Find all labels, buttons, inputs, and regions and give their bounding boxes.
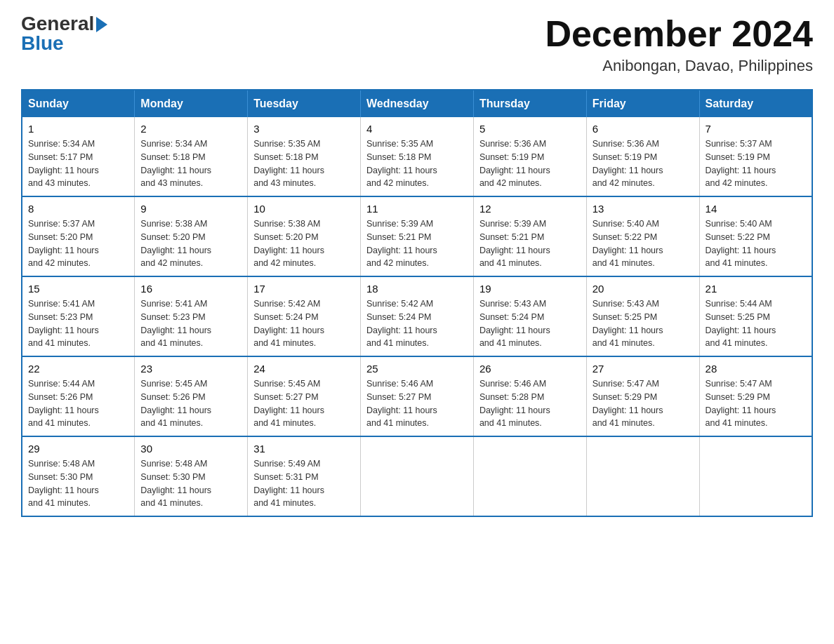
calendar-cell: 1 Sunrise: 5:34 AM Sunset: 5:17 PM Dayli…: [22, 117, 135, 196]
day-number: 27: [593, 363, 694, 375]
day-info: Sunrise: 5:44 AM Sunset: 5:25 PM Dayligh…: [706, 297, 806, 350]
day-info: Sunrise: 5:46 AM Sunset: 5:28 PM Dayligh…: [479, 377, 581, 430]
calendar-week-4: 22 Sunrise: 5:44 AM Sunset: 5:26 PM Dayl…: [22, 356, 812, 436]
day-info: Sunrise: 5:39 AM Sunset: 5:21 PM Dayligh…: [366, 217, 468, 270]
day-number: 5: [479, 123, 581, 135]
calendar-cell: 16 Sunrise: 5:41 AM Sunset: 5:23 PM Dayl…: [135, 276, 248, 356]
calendar-cell: 24 Sunrise: 5:45 AM Sunset: 5:27 PM Dayl…: [248, 356, 361, 436]
calendar-header: SundayMondayTuesdayWednesdayThursdayFrid…: [22, 90, 812, 117]
weekday-header-thursday: Thursday: [473, 90, 586, 117]
day-info: Sunrise: 5:41 AM Sunset: 5:23 PM Dayligh…: [140, 297, 241, 350]
day-number: 19: [479, 283, 581, 295]
day-info: Sunrise: 5:47 AM Sunset: 5:29 PM Dayligh…: [706, 377, 806, 430]
calendar-cell: 21 Sunrise: 5:44 AM Sunset: 5:25 PM Dayl…: [699, 276, 812, 356]
calendar-cell: 18 Sunrise: 5:42 AM Sunset: 5:24 PM Dayl…: [361, 276, 474, 356]
day-number: 8: [28, 203, 128, 215]
day-info: Sunrise: 5:34 AM Sunset: 5:18 PM Dayligh…: [140, 137, 241, 190]
calendar-cell: 27 Sunrise: 5:47 AM Sunset: 5:29 PM Dayl…: [586, 356, 699, 436]
calendar-cell: 13 Sunrise: 5:40 AM Sunset: 5:22 PM Dayl…: [586, 196, 699, 276]
day-number: 1: [28, 123, 128, 135]
day-info: Sunrise: 5:38 AM Sunset: 5:20 PM Dayligh…: [140, 217, 241, 270]
day-number: 28: [706, 363, 806, 375]
day-number: 6: [593, 123, 694, 135]
weekday-header-wednesday: Wednesday: [361, 90, 474, 117]
calendar-week-5: 29 Sunrise: 5:48 AM Sunset: 5:30 PM Dayl…: [22, 436, 812, 516]
day-info: Sunrise: 5:46 AM Sunset: 5:27 PM Dayligh…: [366, 377, 468, 430]
logo-blue: Blue: [21, 32, 64, 55]
day-info: Sunrise: 5:48 AM Sunset: 5:30 PM Dayligh…: [140, 457, 241, 510]
calendar-cell: [473, 436, 586, 516]
calendar-cell: 9 Sunrise: 5:38 AM Sunset: 5:20 PM Dayli…: [135, 196, 248, 276]
weekday-header-sunday: Sunday: [22, 90, 135, 117]
calendar-body: 1 Sunrise: 5:34 AM Sunset: 5:17 PM Dayli…: [22, 117, 812, 516]
calendar-cell: 25 Sunrise: 5:46 AM Sunset: 5:27 PM Dayl…: [361, 356, 474, 436]
day-number: 18: [366, 283, 468, 295]
calendar-cell: 11 Sunrise: 5:39 AM Sunset: 5:21 PM Dayl…: [361, 196, 474, 276]
weekday-header-friday: Friday: [586, 90, 699, 117]
weekday-header-monday: Monday: [135, 90, 248, 117]
day-info: Sunrise: 5:49 AM Sunset: 5:31 PM Dayligh…: [253, 457, 355, 510]
calendar-cell: 26 Sunrise: 5:46 AM Sunset: 5:28 PM Dayl…: [473, 356, 586, 436]
day-info: Sunrise: 5:40 AM Sunset: 5:22 PM Dayligh…: [706, 217, 806, 270]
weekday-header-row: SundayMondayTuesdayWednesdayThursdayFrid…: [22, 90, 812, 117]
day-number: 16: [140, 283, 241, 295]
calendar-cell: 22 Sunrise: 5:44 AM Sunset: 5:26 PM Dayl…: [22, 356, 135, 436]
day-info: Sunrise: 5:47 AM Sunset: 5:29 PM Dayligh…: [593, 377, 694, 430]
day-number: 2: [140, 123, 241, 135]
weekday-header-saturday: Saturday: [699, 90, 812, 117]
calendar-cell: 17 Sunrise: 5:42 AM Sunset: 5:24 PM Dayl…: [248, 276, 361, 356]
day-info: Sunrise: 5:36 AM Sunset: 5:19 PM Dayligh…: [593, 137, 694, 190]
day-number: 31: [253, 443, 355, 455]
day-info: Sunrise: 5:45 AM Sunset: 5:26 PM Dayligh…: [140, 377, 241, 430]
day-info: Sunrise: 5:43 AM Sunset: 5:25 PM Dayligh…: [593, 297, 694, 350]
weekday-header-tuesday: Tuesday: [248, 90, 361, 117]
calendar-cell: 30 Sunrise: 5:48 AM Sunset: 5:30 PM Dayl…: [135, 436, 248, 516]
calendar-cell: 7 Sunrise: 5:37 AM Sunset: 5:19 PM Dayli…: [699, 117, 812, 196]
calendar-cell: 2 Sunrise: 5:34 AM Sunset: 5:18 PM Dayli…: [135, 117, 248, 196]
day-number: 4: [366, 123, 468, 135]
day-number: 11: [366, 203, 468, 215]
day-info: Sunrise: 5:38 AM Sunset: 5:20 PM Dayligh…: [253, 217, 355, 270]
day-info: Sunrise: 5:41 AM Sunset: 5:23 PM Dayligh…: [28, 297, 128, 350]
day-number: 25: [366, 363, 468, 375]
day-number: 20: [593, 283, 694, 295]
calendar-cell: [586, 436, 699, 516]
day-number: 9: [140, 203, 241, 215]
calendar-cell: 20 Sunrise: 5:43 AM Sunset: 5:25 PM Dayl…: [586, 276, 699, 356]
calendar-cell: 3 Sunrise: 5:35 AM Sunset: 5:18 PM Dayli…: [248, 117, 361, 196]
calendar-cell: 23 Sunrise: 5:45 AM Sunset: 5:26 PM Dayl…: [135, 356, 248, 436]
calendar-week-2: 8 Sunrise: 5:37 AM Sunset: 5:20 PM Dayli…: [22, 196, 812, 276]
calendar-cell: 12 Sunrise: 5:39 AM Sunset: 5:21 PM Dayl…: [473, 196, 586, 276]
day-info: Sunrise: 5:35 AM Sunset: 5:18 PM Dayligh…: [253, 137, 355, 190]
calendar-week-1: 1 Sunrise: 5:34 AM Sunset: 5:17 PM Dayli…: [22, 117, 812, 196]
calendar-cell: [699, 436, 812, 516]
title-section: December 2024 Anibongan, Davao, Philippi…: [545, 14, 813, 75]
day-info: Sunrise: 5:48 AM Sunset: 5:30 PM Dayligh…: [28, 457, 128, 510]
day-info: Sunrise: 5:45 AM Sunset: 5:27 PM Dayligh…: [253, 377, 355, 430]
calendar-cell: 15 Sunrise: 5:41 AM Sunset: 5:23 PM Dayl…: [22, 276, 135, 356]
day-number: 10: [253, 203, 355, 215]
day-info: Sunrise: 5:40 AM Sunset: 5:22 PM Dayligh…: [593, 217, 694, 270]
day-number: 23: [140, 363, 241, 375]
calendar-title: December 2024: [545, 14, 813, 54]
calendar-table: SundayMondayTuesdayWednesdayThursdayFrid…: [21, 89, 813, 517]
calendar-cell: 6 Sunrise: 5:36 AM Sunset: 5:19 PM Dayli…: [586, 117, 699, 196]
calendar-cell: 14 Sunrise: 5:40 AM Sunset: 5:22 PM Dayl…: [699, 196, 812, 276]
day-number: 29: [28, 443, 128, 455]
calendar-cell: 8 Sunrise: 5:37 AM Sunset: 5:20 PM Dayli…: [22, 196, 135, 276]
calendar-week-3: 15 Sunrise: 5:41 AM Sunset: 5:23 PM Dayl…: [22, 276, 812, 356]
logo-general: General: [21, 14, 94, 34]
day-info: Sunrise: 5:37 AM Sunset: 5:19 PM Dayligh…: [706, 137, 806, 190]
day-info: Sunrise: 5:42 AM Sunset: 5:24 PM Dayligh…: [253, 297, 355, 350]
day-number: 24: [253, 363, 355, 375]
day-number: 3: [253, 123, 355, 135]
calendar-cell: 5 Sunrise: 5:36 AM Sunset: 5:19 PM Dayli…: [473, 117, 586, 196]
day-number: 15: [28, 283, 128, 295]
day-info: Sunrise: 5:37 AM Sunset: 5:20 PM Dayligh…: [28, 217, 128, 270]
day-number: 22: [28, 363, 128, 375]
page-header: General Blue December 2024 Anibongan, Da…: [21, 14, 813, 75]
day-info: Sunrise: 5:34 AM Sunset: 5:17 PM Dayligh…: [28, 137, 128, 190]
day-info: Sunrise: 5:43 AM Sunset: 5:24 PM Dayligh…: [479, 297, 581, 350]
calendar-cell: 10 Sunrise: 5:38 AM Sunset: 5:20 PM Dayl…: [248, 196, 361, 276]
calendar-subtitle: Anibongan, Davao, Philippines: [545, 57, 813, 75]
